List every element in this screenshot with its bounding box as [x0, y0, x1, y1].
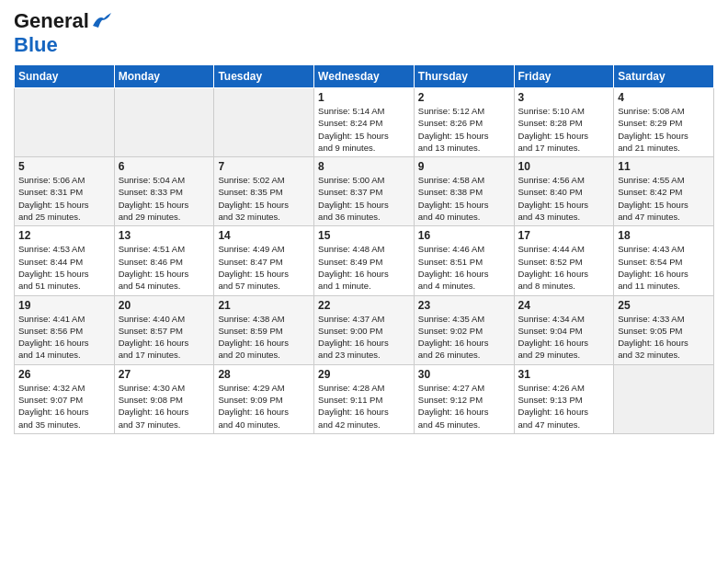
- calendar-week-2: 5Sunrise: 5:06 AM Sunset: 8:31 PM Daylig…: [15, 157, 714, 226]
- page: General Blue SundayMondayTuesdayWednesda…: [0, 0, 728, 563]
- calendar-cell: 31Sunrise: 4:26 AM Sunset: 9:13 PM Dayli…: [514, 364, 614, 433]
- calendar-cell: 2Sunrise: 5:12 AM Sunset: 8:26 PM Daylig…: [414, 88, 514, 157]
- calendar-cell: 26Sunrise: 4:32 AM Sunset: 9:07 PM Dayli…: [15, 364, 115, 433]
- calendar-cell: 8Sunrise: 5:00 AM Sunset: 8:37 PM Daylig…: [314, 157, 415, 226]
- calendar-cell: 24Sunrise: 4:34 AM Sunset: 9:04 PM Dayli…: [514, 295, 614, 364]
- calendar-cell: 7Sunrise: 5:02 AM Sunset: 8:35 PM Daylig…: [214, 157, 314, 226]
- day-info: Sunrise: 4:38 AM Sunset: 8:59 PM Dayligh…: [218, 313, 310, 362]
- day-number: 1: [318, 91, 410, 104]
- calendar-cell: [15, 88, 115, 157]
- calendar-cell: 27Sunrise: 4:30 AM Sunset: 9:08 PM Dayli…: [114, 364, 214, 433]
- calendar-header-tuesday: Tuesday: [214, 65, 314, 88]
- day-number: 4: [618, 91, 710, 104]
- day-number: 15: [318, 229, 410, 242]
- day-number: 6: [119, 160, 210, 173]
- calendar-cell: [614, 364, 714, 433]
- calendar-cell: 14Sunrise: 4:49 AM Sunset: 8:47 PM Dayli…: [214, 226, 314, 295]
- calendar-header-sunday: Sunday: [15, 65, 115, 88]
- day-info: Sunrise: 4:58 AM Sunset: 8:38 PM Dayligh…: [418, 174, 510, 223]
- header: General Blue: [14, 9, 714, 57]
- day-number: 31: [518, 368, 610, 381]
- calendar-cell: 30Sunrise: 4:27 AM Sunset: 9:12 PM Dayli…: [414, 364, 514, 433]
- calendar-cell: 10Sunrise: 4:56 AM Sunset: 8:40 PM Dayli…: [514, 157, 614, 226]
- day-info: Sunrise: 4:32 AM Sunset: 9:07 PM Dayligh…: [18, 382, 110, 431]
- day-info: Sunrise: 4:35 AM Sunset: 9:02 PM Dayligh…: [418, 313, 510, 362]
- logo-bird-icon: [91, 13, 111, 29]
- calendar-cell: [114, 88, 214, 157]
- calendar-cell: 23Sunrise: 4:35 AM Sunset: 9:02 PM Dayli…: [414, 295, 514, 364]
- day-info: Sunrise: 4:43 AM Sunset: 8:54 PM Dayligh…: [618, 243, 710, 292]
- calendar-header-saturday: Saturday: [614, 65, 714, 88]
- calendar-cell: 17Sunrise: 4:44 AM Sunset: 8:52 PM Dayli…: [514, 226, 614, 295]
- calendar-cell: 15Sunrise: 4:48 AM Sunset: 8:49 PM Dayli…: [314, 226, 415, 295]
- day-info: Sunrise: 4:53 AM Sunset: 8:44 PM Dayligh…: [18, 243, 110, 292]
- day-info: Sunrise: 5:14 AM Sunset: 8:24 PM Dayligh…: [318, 105, 410, 154]
- day-number: 23: [418, 299, 510, 312]
- calendar-week-5: 26Sunrise: 4:32 AM Sunset: 9:07 PM Dayli…: [15, 364, 714, 433]
- day-number: 30: [418, 368, 510, 381]
- calendar-cell: 4Sunrise: 5:08 AM Sunset: 8:29 PM Daylig…: [614, 88, 714, 157]
- day-info: Sunrise: 4:55 AM Sunset: 8:42 PM Dayligh…: [618, 174, 710, 223]
- calendar-cell: 9Sunrise: 4:58 AM Sunset: 8:38 PM Daylig…: [414, 157, 514, 226]
- calendar-cell: 5Sunrise: 5:06 AM Sunset: 8:31 PM Daylig…: [15, 157, 115, 226]
- day-number: 22: [318, 299, 410, 312]
- logo-blue: Blue: [14, 33, 58, 56]
- day-info: Sunrise: 5:02 AM Sunset: 8:35 PM Dayligh…: [218, 174, 310, 223]
- day-number: 26: [18, 368, 110, 381]
- calendar-cell: 28Sunrise: 4:29 AM Sunset: 9:09 PM Dayli…: [214, 364, 314, 433]
- day-info: Sunrise: 4:51 AM Sunset: 8:46 PM Dayligh…: [119, 243, 210, 292]
- calendar-cell: 1Sunrise: 5:14 AM Sunset: 8:24 PM Daylig…: [314, 88, 415, 157]
- day-number: 13: [119, 229, 210, 242]
- day-number: 24: [518, 299, 610, 312]
- day-info: Sunrise: 4:27 AM Sunset: 9:12 PM Dayligh…: [418, 382, 510, 431]
- calendar-cell: 12Sunrise: 4:53 AM Sunset: 8:44 PM Dayli…: [15, 226, 115, 295]
- calendar-header-friday: Friday: [514, 65, 614, 88]
- calendar-cell: 29Sunrise: 4:28 AM Sunset: 9:11 PM Dayli…: [314, 364, 415, 433]
- day-info: Sunrise: 4:29 AM Sunset: 9:09 PM Dayligh…: [218, 382, 310, 431]
- day-number: 18: [618, 229, 710, 242]
- calendar-cell: 13Sunrise: 4:51 AM Sunset: 8:46 PM Dayli…: [114, 226, 214, 295]
- calendar-cell: 3Sunrise: 5:10 AM Sunset: 8:28 PM Daylig…: [514, 88, 614, 157]
- day-info: Sunrise: 5:00 AM Sunset: 8:37 PM Dayligh…: [318, 174, 410, 223]
- day-info: Sunrise: 4:41 AM Sunset: 8:56 PM Dayligh…: [18, 313, 110, 362]
- day-info: Sunrise: 4:46 AM Sunset: 8:51 PM Dayligh…: [418, 243, 510, 292]
- day-number: 11: [618, 160, 710, 173]
- calendar-cell: 22Sunrise: 4:37 AM Sunset: 9:00 PM Dayli…: [314, 295, 415, 364]
- calendar-header-monday: Monday: [114, 65, 214, 88]
- calendar-header-row: SundayMondayTuesdayWednesdayThursdayFrid…: [15, 65, 714, 88]
- calendar-cell: [214, 88, 314, 157]
- calendar-cell: 20Sunrise: 4:40 AM Sunset: 8:57 PM Dayli…: [114, 295, 214, 364]
- day-info: Sunrise: 5:08 AM Sunset: 8:29 PM Dayligh…: [618, 105, 710, 154]
- day-info: Sunrise: 4:34 AM Sunset: 9:04 PM Dayligh…: [518, 313, 610, 362]
- day-number: 28: [218, 368, 310, 381]
- calendar-cell: 16Sunrise: 4:46 AM Sunset: 8:51 PM Dayli…: [414, 226, 514, 295]
- calendar-cell: 6Sunrise: 5:04 AM Sunset: 8:33 PM Daylig…: [114, 157, 214, 226]
- day-info: Sunrise: 5:04 AM Sunset: 8:33 PM Dayligh…: [119, 174, 210, 223]
- day-number: 8: [318, 160, 410, 173]
- calendar-header-wednesday: Wednesday: [314, 65, 415, 88]
- day-info: Sunrise: 5:10 AM Sunset: 8:28 PM Dayligh…: [518, 105, 610, 154]
- day-number: 25: [618, 299, 710, 312]
- day-number: 19: [18, 299, 110, 312]
- day-info: Sunrise: 4:44 AM Sunset: 8:52 PM Dayligh…: [518, 243, 610, 292]
- day-number: 2: [418, 91, 510, 104]
- calendar-cell: 19Sunrise: 4:41 AM Sunset: 8:56 PM Dayli…: [15, 295, 115, 364]
- day-info: Sunrise: 4:48 AM Sunset: 8:49 PM Dayligh…: [318, 243, 410, 292]
- day-number: 21: [218, 299, 310, 312]
- day-number: 10: [518, 160, 610, 173]
- calendar-header-thursday: Thursday: [414, 65, 514, 88]
- day-info: Sunrise: 4:40 AM Sunset: 8:57 PM Dayligh…: [119, 313, 210, 362]
- day-number: 16: [418, 229, 510, 242]
- calendar-week-4: 19Sunrise: 4:41 AM Sunset: 8:56 PM Dayli…: [15, 295, 714, 364]
- day-info: Sunrise: 4:30 AM Sunset: 9:08 PM Dayligh…: [119, 382, 210, 431]
- day-info: Sunrise: 5:12 AM Sunset: 8:26 PM Dayligh…: [418, 105, 510, 154]
- day-number: 9: [418, 160, 510, 173]
- calendar-cell: 21Sunrise: 4:38 AM Sunset: 8:59 PM Dayli…: [214, 295, 314, 364]
- day-number: 20: [119, 299, 210, 312]
- day-number: 5: [18, 160, 110, 173]
- day-info: Sunrise: 4:33 AM Sunset: 9:05 PM Dayligh…: [618, 313, 710, 362]
- day-number: 12: [18, 229, 110, 242]
- calendar-cell: 18Sunrise: 4:43 AM Sunset: 8:54 PM Dayli…: [614, 226, 714, 295]
- logo: General Blue: [14, 9, 111, 57]
- day-number: 14: [218, 229, 310, 242]
